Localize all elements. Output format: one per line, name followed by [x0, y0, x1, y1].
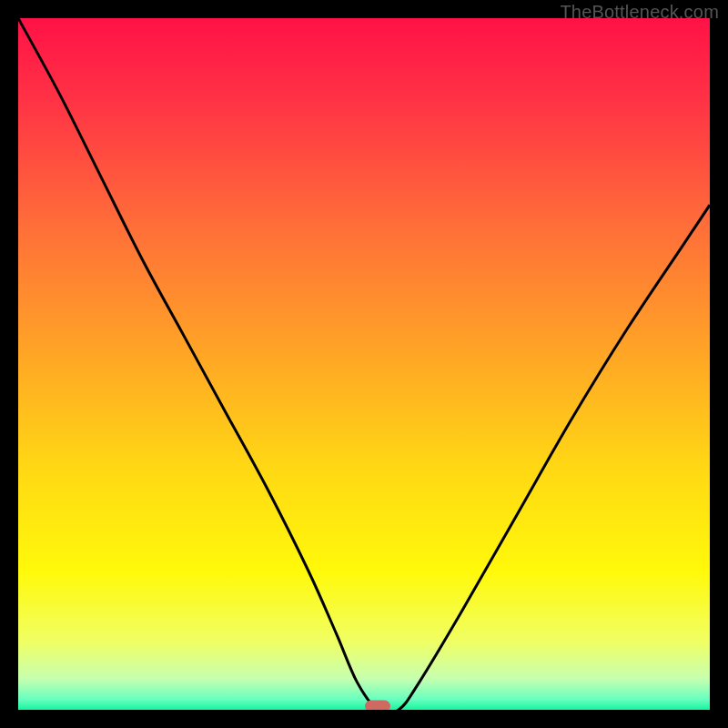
chart-frame: TheBottleneck.com [0, 0, 728, 728]
watermark-text: TheBottleneck.com [560, 2, 719, 23]
curve-path [18, 18, 710, 710]
plot-area [18, 18, 710, 710]
bottleneck-curve [18, 18, 710, 710]
optimum-marker [365, 701, 390, 711]
